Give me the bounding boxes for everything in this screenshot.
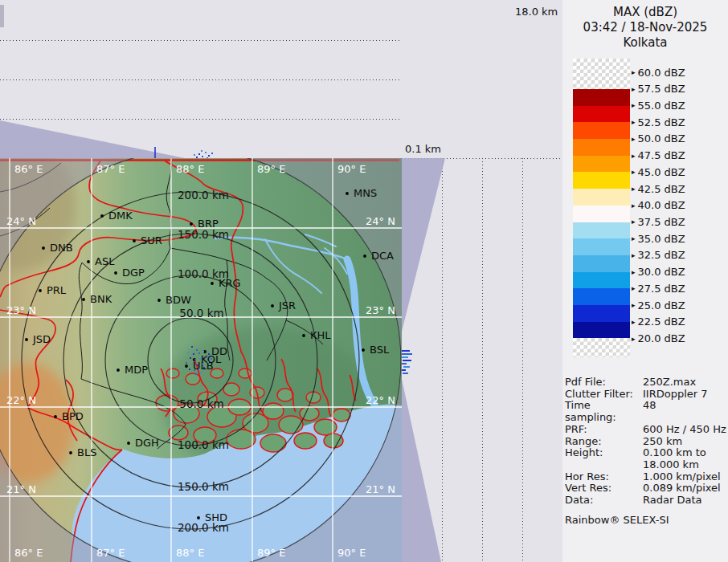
city-dot bbox=[133, 239, 136, 242]
metadata-value: Radar Data bbox=[643, 495, 726, 507]
parallel-label-right: 22° N bbox=[366, 394, 395, 406]
parallel-label-right: 24° N bbox=[366, 215, 395, 227]
legend-label-row: ▸52.5 dBZ bbox=[632, 115, 685, 129]
product-metadata: Pdf File:250Z.maxClutter Filter:IIRDoppl… bbox=[565, 377, 726, 526]
tick-arrow-icon: ▸ bbox=[632, 218, 636, 226]
delta-island bbox=[227, 430, 256, 449]
legend-label-row: ▸50.0 dBZ bbox=[632, 132, 685, 146]
metadata-value: IIRDoppler 7 bbox=[643, 389, 726, 401]
metadata-row: 18.000 km bbox=[565, 459, 726, 471]
city-label: DGP bbox=[122, 267, 145, 279]
legend-band bbox=[573, 222, 630, 239]
legend-band bbox=[573, 106, 630, 123]
city-label: BLS bbox=[77, 446, 96, 458]
radar-display-window: 18.0 km 0.1 km 86° E86° E87° E87° E88° E… bbox=[0, 0, 728, 562]
site-name: Kolkata bbox=[562, 35, 728, 51]
metadata-label bbox=[565, 459, 643, 471]
range-ring-label: 150.0 km bbox=[178, 228, 229, 241]
city-dot bbox=[211, 282, 214, 285]
metadata-label: Range: bbox=[565, 436, 643, 448]
legend-band bbox=[573, 206, 630, 222]
legend-value-label: 30.0 dBZ bbox=[638, 266, 685, 278]
range-ring-label: 100.0 km bbox=[178, 438, 229, 451]
city-label: BPD bbox=[62, 410, 84, 422]
radar-echo bbox=[197, 364, 198, 366]
radar-echo bbox=[207, 361, 209, 363]
radar-echo bbox=[202, 156, 203, 157]
meridian-label-top: 88° E bbox=[176, 163, 204, 175]
tick-arrow-icon: ▸ bbox=[632, 335, 636, 343]
radar-echo bbox=[198, 369, 200, 370]
legend-band bbox=[573, 272, 630, 289]
delta-island bbox=[260, 434, 286, 452]
tick-arrow-icon: ▸ bbox=[632, 284, 636, 292]
city-dot bbox=[54, 415, 57, 418]
city-label: MDP bbox=[125, 364, 148, 376]
city-label: JSR bbox=[278, 299, 296, 312]
metadata-row: PRF:600 Hz / 450 Hz bbox=[565, 424, 726, 436]
legend-band bbox=[573, 305, 630, 322]
range-ring-label: 200.0 km bbox=[178, 189, 229, 202]
legend-band bbox=[573, 189, 630, 206]
city-dot bbox=[190, 222, 193, 226]
legend-label-row: ▸32.5 dBZ bbox=[632, 248, 685, 263]
radar-echo bbox=[187, 352, 189, 353]
legend-value-label: 52.5 dBZ bbox=[638, 116, 685, 128]
legend-band bbox=[573, 122, 630, 139]
parallel-label-left: 23° N bbox=[6, 304, 36, 316]
city-dot bbox=[25, 338, 28, 341]
meridian-label-top: 90° E bbox=[337, 163, 366, 175]
metadata-value: 18.000 km bbox=[643, 459, 726, 471]
legend-value-label: 35.0 dBZ bbox=[638, 233, 685, 245]
radar-echo bbox=[194, 369, 195, 371]
metadata-row: Pdf File:250Z.max bbox=[565, 377, 726, 389]
city-dot bbox=[157, 299, 161, 302]
city-dot bbox=[42, 246, 45, 250]
legend-label-row: ▸27.5 dBZ bbox=[632, 281, 685, 295]
tick-arrow-icon: ▸ bbox=[632, 185, 636, 193]
city-dot bbox=[117, 369, 120, 372]
city-dot bbox=[100, 214, 104, 218]
city-label: BRP bbox=[198, 218, 219, 230]
city-label: KHL bbox=[310, 329, 331, 341]
city-dot bbox=[302, 334, 305, 337]
metadata-value: 1.000 km/pixel bbox=[643, 471, 726, 483]
radar-echo bbox=[205, 356, 207, 358]
city-dot bbox=[271, 304, 274, 307]
radar-echo bbox=[208, 353, 210, 355]
city-dot bbox=[69, 451, 72, 454]
meridian-label-top: 86° E bbox=[14, 163, 43, 175]
legend-value-label: 20.0 dBZ bbox=[638, 332, 685, 344]
tick-arrow-icon: ▸ bbox=[632, 301, 636, 309]
range-ring-label: 50.0 km bbox=[179, 307, 223, 320]
city-dot bbox=[127, 442, 130, 445]
city-label: DGH bbox=[135, 437, 159, 449]
tick-arrow-icon: ▸ bbox=[632, 234, 636, 242]
delta-island bbox=[300, 406, 319, 421]
city-dot bbox=[362, 348, 365, 352]
legend-label-row: ▸30.0 dBZ bbox=[632, 265, 685, 279]
tick-arrow-icon: ▸ bbox=[632, 118, 636, 126]
metadata-value: 600 Hz / 450 Hz bbox=[643, 424, 726, 436]
city-label: JSD bbox=[32, 333, 51, 345]
tick-arrow-icon: ▸ bbox=[632, 251, 636, 259]
city-dot bbox=[197, 516, 200, 519]
radar-echo bbox=[194, 154, 195, 156]
city-label: MNS bbox=[354, 187, 377, 199]
legend-value-label: 25.0 dBZ bbox=[638, 299, 685, 312]
tick-arrow-icon: ▸ bbox=[632, 318, 636, 326]
legend-label-row: ▸20.0 dBZ bbox=[632, 332, 685, 346]
city-label: DMK bbox=[108, 210, 133, 222]
legend-value-label: 55.0 dBZ bbox=[638, 100, 685, 112]
legend-value-label: 27.5 dBZ bbox=[638, 283, 685, 295]
radar-echo bbox=[199, 358, 201, 360]
city-dot bbox=[82, 298, 85, 301]
city-label: DNB bbox=[50, 242, 73, 254]
meridian-label-top: 89° E bbox=[257, 163, 285, 175]
metadata-label: Hor Res: bbox=[565, 471, 643, 483]
tick-arrow-icon: ▸ bbox=[632, 152, 636, 160]
tick-arrow-icon: ▸ bbox=[632, 168, 636, 176]
city-label: ULB bbox=[193, 360, 214, 372]
city-label: BNK bbox=[90, 293, 112, 305]
radar-echo bbox=[198, 153, 200, 155]
